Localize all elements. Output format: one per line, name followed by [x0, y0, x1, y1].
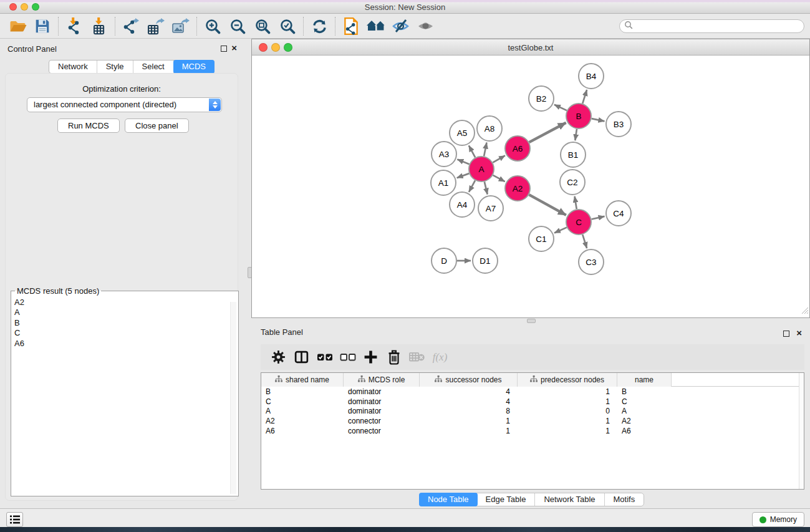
memory-button[interactable]: Memory: [752, 512, 804, 527]
node-A4[interactable]: A4: [450, 192, 475, 217]
table-cell[interactable]: C: [617, 397, 672, 406]
tab-mcds[interactable]: MCDS: [173, 60, 215, 74]
table-cell[interactable]: B: [617, 387, 672, 396]
node-A5[interactable]: A5: [450, 120, 475, 145]
zoom-in-button[interactable]: [200, 16, 225, 37]
table-cell[interactable]: 1: [518, 397, 617, 406]
network-graph[interactable]: B4B2BB3A8A5A6A3B1AC2A1A2A4A7C4CC1DD1C3: [252, 56, 809, 318]
close-panel-icon[interactable]: ×: [231, 42, 237, 53]
save-button[interactable]: [30, 16, 55, 37]
node-D[interactable]: D: [432, 248, 456, 273]
export-table-button[interactable]: [143, 16, 168, 37]
edge-A-A2[interactable]: [493, 175, 505, 181]
tab-network[interactable]: Network: [49, 60, 97, 73]
export-image-button[interactable]: [168, 16, 193, 37]
node-A3[interactable]: A3: [432, 142, 456, 167]
node-table[interactable]: shared nameMCDS rolesuccessor nodesprede…: [261, 372, 804, 490]
tab-node-table[interactable]: Node Table: [419, 493, 478, 506]
table-cell[interactable]: A2: [617, 417, 672, 425]
table-row[interactable]: Adominator80A: [261, 406, 804, 416]
zoom-fit-button[interactable]: [250, 16, 275, 37]
edge-A-A6[interactable]: [493, 155, 505, 162]
mcds-result-item[interactable]: A6: [14, 339, 238, 349]
add-column-button[interactable]: [359, 347, 382, 368]
edge-C-C3[interactable]: [582, 235, 587, 248]
edge-B-B1[interactable]: [575, 129, 577, 140]
table-cell[interactable]: 0: [518, 407, 617, 415]
column-header-predecessor-nodes[interactable]: predecessor nodes: [518, 373, 617, 387]
table-cell[interactable]: 8: [420, 407, 518, 415]
zoom-selected-button[interactable]: [275, 16, 300, 37]
edge-B-B4[interactable]: [582, 90, 587, 104]
mcds-result-item[interactable]: A2: [14, 297, 238, 307]
table-cell[interactable]: 1: [518, 387, 617, 396]
network-window-titlebar[interactable]: testGlobe.txt: [252, 39, 809, 56]
tab-motifs[interactable]: Motifs: [605, 493, 644, 506]
table-cell[interactable]: A: [617, 407, 672, 415]
delete-column-button[interactable]: [382, 347, 405, 368]
float-panel-icon[interactable]: [221, 46, 227, 52]
resize-grip-icon[interactable]: [801, 306, 809, 317]
mcds-result-item[interactable]: C: [14, 328, 238, 338]
table-cell[interactable]: 1: [518, 427, 617, 435]
network-canvas[interactable]: B4B2BB3A8A5A6A3B1AC2A1A2A4A7C4CC1DD1C3: [252, 56, 809, 317]
export-network-button[interactable]: [118, 16, 143, 37]
edge-A-A8[interactable]: [484, 143, 486, 157]
show-all-button[interactable]: [413, 16, 438, 37]
select-all-button[interactable]: [313, 347, 336, 368]
table-cell[interactable]: 1: [420, 427, 518, 435]
edge-C-C2[interactable]: [575, 196, 577, 210]
node-A[interactable]: A: [469, 157, 494, 181]
table-scrollbar[interactable]: [799, 373, 804, 489]
columns-button[interactable]: [290, 347, 313, 368]
network-file-button[interactable]: [339, 16, 364, 37]
column-header-successor-nodes[interactable]: successor nodes: [420, 373, 518, 387]
edge-A6-B[interactable]: [529, 123, 566, 142]
node-B4[interactable]: B4: [579, 64, 604, 89]
table-float-panel-icon[interactable]: [783, 331, 789, 337]
edge-A-A5[interactable]: [469, 145, 475, 157]
tab-edge-table[interactable]: Edge Table: [477, 493, 536, 506]
node-C3[interactable]: C3: [579, 249, 604, 274]
search-input[interactable]: [633, 21, 804, 32]
column-header-shared-name[interactable]: shared name: [261, 373, 344, 387]
deselect-all-button[interactable]: [336, 347, 359, 368]
hide-selected-button[interactable]: [388, 16, 413, 37]
node-B[interactable]: B: [566, 104, 591, 128]
search-box[interactable]: [619, 19, 804, 33]
node-A2[interactable]: A2: [505, 176, 530, 201]
table-row[interactable]: Cdominator41C: [261, 397, 804, 407]
edge-B-B3[interactable]: [592, 118, 605, 121]
table-cell[interactable]: A6: [261, 427, 344, 435]
import-network-button[interactable]: [62, 16, 87, 37]
table-cell[interactable]: 1: [420, 417, 518, 425]
column-header-MCDS-role[interactable]: MCDS role: [344, 373, 420, 387]
criterion-dropdown[interactable]: largest connected component (directed): [27, 97, 222, 112]
home-button[interactable]: [364, 16, 388, 37]
node-A8[interactable]: A8: [477, 116, 502, 141]
table-cell[interactable]: 4: [420, 387, 518, 396]
node-A1[interactable]: A1: [431, 170, 456, 195]
zoom-out-button[interactable]: [225, 16, 250, 37]
task-history-button[interactable]: [6, 512, 23, 527]
mcds-result-scrollbar[interactable]: [230, 302, 236, 494]
table-cell[interactable]: dominator: [344, 387, 420, 396]
table-row[interactable]: Bdominator41B: [261, 387, 804, 397]
refresh-button[interactable]: [307, 16, 332, 37]
table-cell[interactable]: A: [261, 407, 344, 415]
node-A6[interactable]: A6: [505, 136, 530, 161]
column-header-name[interactable]: name: [617, 373, 672, 387]
edge-A2-C[interactable]: [529, 195, 566, 215]
node-D1[interactable]: D1: [473, 248, 498, 273]
mcds-result-item[interactable]: A: [14, 307, 238, 317]
edge-A-A7[interactable]: [485, 181, 488, 194]
table-cell[interactable]: C: [261, 397, 344, 406]
table-cell[interactable]: dominator: [344, 397, 420, 406]
node-B3[interactable]: B3: [606, 112, 631, 137]
run-mcds-button[interactable]: Run MCDS: [57, 118, 120, 133]
table-cell[interactable]: B: [261, 387, 344, 396]
table-cell[interactable]: A6: [617, 427, 672, 435]
edge-A-A1[interactable]: [457, 173, 470, 178]
gear-button[interactable]: [267, 347, 290, 368]
node-C2[interactable]: C2: [560, 170, 585, 195]
